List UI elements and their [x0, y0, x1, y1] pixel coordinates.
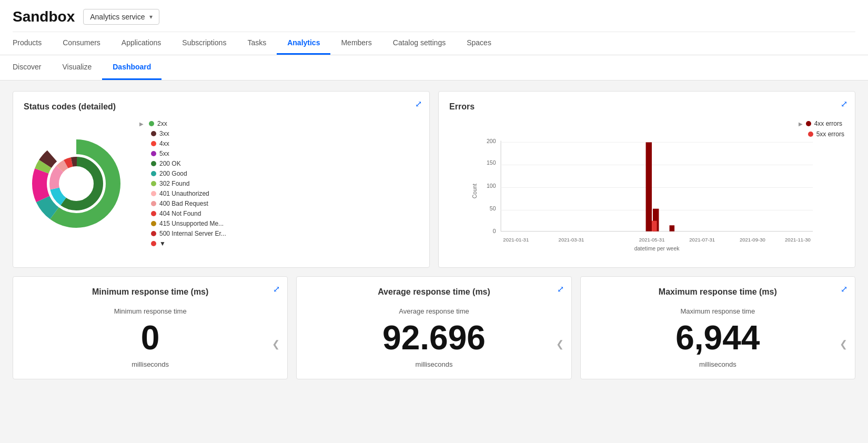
nav-item-members[interactable]: Members [330, 32, 382, 55]
status-codes-card: Status codes (detailed) ⤢ [13, 91, 430, 268]
app-title: Sandbox [13, 8, 75, 25]
svg-text:2021-09-30: 2021-09-30 [740, 237, 765, 243]
min-response-unit: milliseconds [24, 360, 277, 368]
svg-point-11 [60, 168, 92, 199]
nav-item-applications[interactable]: Applications [111, 32, 172, 55]
prev-arrow-avg[interactable]: ❮ [556, 338, 564, 350]
prev-arrow-max[interactable]: ❮ [840, 338, 847, 350]
nav-item-catalog-settings[interactable]: Catalog settings [382, 32, 456, 55]
avg-response-label: Average response time [307, 307, 560, 315]
min-response-title: Minimum response time (ms) [24, 287, 277, 297]
status-codes-legend: ▶2xx 3xx 4xx 5xx 200 OK 200 Good 302 Fou… [139, 120, 226, 247]
min-response-card: Minimum response time (ms) ⤢ ❮ Minimum r… [13, 276, 288, 379]
status-codes-title: Status codes (detailed) [24, 102, 419, 112]
legend-4xx: 4xx errors [814, 120, 842, 127]
svg-text:100: 100 [487, 183, 496, 189]
dashboard-row-2: Minimum response time (ms) ⤢ ❮ Minimum r… [13, 276, 855, 379]
svg-text:50: 50 [490, 205, 496, 212]
bar-4xx-peak [646, 142, 652, 231]
tab-visualize[interactable]: Visualize [52, 55, 102, 80]
errors-legend: ▶ 4xx errors 5xx errors [799, 120, 844, 138]
svg-text:150: 150 [487, 159, 496, 166]
nav-item-subscriptions[interactable]: Subscriptions [171, 32, 237, 55]
status-codes-content: ▶2xx 3xx 4xx 5xx 200 OK 200 Good 302 Fou… [24, 120, 419, 247]
nav-item-tasks[interactable]: Tasks [237, 32, 277, 55]
avg-response-card: Average response time (ms) ⤢ ❮ Average r… [296, 276, 571, 379]
svg-text:0: 0 [493, 228, 496, 234]
service-dropdown[interactable]: Analytics service ▾ [83, 9, 159, 25]
prev-arrow-min[interactable]: ❮ [272, 338, 280, 350]
tab-dashboard[interactable]: Dashboard [102, 55, 162, 80]
avg-response-unit: milliseconds [307, 360, 560, 368]
bar-4xx-right [670, 225, 675, 231]
avg-response-title: Average response time (ms) [307, 287, 560, 297]
svg-text:datetime per week: datetime per week [634, 245, 680, 251]
errors-chart: 0 50 100 150 200 Count 2021-01-31 2021-0… [449, 136, 844, 251]
max-response-value: 6,944 [591, 319, 844, 356]
svg-text:200: 200 [487, 138, 496, 144]
expand-icon-errors[interactable]: ⤢ [841, 99, 847, 109]
max-response-label: Maximum response time [591, 307, 844, 315]
nav-item-spaces[interactable]: Spaces [456, 32, 502, 55]
chevron-down-icon: ▾ [149, 13, 153, 21]
bar-5xx [652, 221, 657, 231]
main-nav: Products Consumers Applications Subscrip… [13, 32, 855, 55]
donut-chart [24, 126, 129, 241]
svg-text:2021-05-31: 2021-05-31 [639, 237, 665, 243]
nav-item-products[interactable]: Products [13, 32, 52, 55]
svg-text:2021-11-30: 2021-11-30 [785, 237, 811, 243]
avg-response-value: 92.696 [307, 319, 560, 356]
svg-text:2021-03-31: 2021-03-31 [559, 237, 584, 243]
main-content: Status codes (detailed) ⤢ [0, 80, 868, 398]
min-response-label: Minimum response time [24, 307, 277, 315]
max-response-title: Maximum response time (ms) [591, 287, 844, 297]
service-label: Analytics service [90, 13, 145, 21]
errors-card: Errors ⤢ ▶ 4xx errors 5xx errors [438, 91, 855, 268]
min-response-value: 0 [24, 319, 277, 356]
errors-content: ▶ 4xx errors 5xx errors [449, 120, 844, 257]
svg-text:2021-01-31: 2021-01-31 [503, 237, 529, 243]
dashboard-row-1: Status codes (detailed) ⤢ [13, 91, 855, 268]
max-response-card: Maximum response time (ms) ⤢ ❮ Maximum r… [580, 276, 855, 379]
tab-discover[interactable]: Discover [13, 55, 52, 80]
nav-item-analytics[interactable]: Analytics [277, 32, 330, 55]
expand-icon-max[interactable]: ⤢ [841, 284, 847, 294]
legend-5xx: 5xx errors [816, 130, 844, 138]
header: Sandbox Analytics service ▾ Products Con… [0, 0, 868, 55]
max-response-unit: milliseconds [591, 360, 844, 368]
expand-icon-min[interactable]: ⤢ [273, 284, 280, 294]
nav-item-consumers[interactable]: Consumers [52, 32, 111, 55]
svg-text:Count: Count [471, 184, 478, 198]
expand-icon-avg[interactable]: ⤢ [557, 284, 564, 294]
expand-icon-status[interactable]: ⤢ [415, 99, 422, 109]
sub-nav: Discover Visualize Dashboard [0, 55, 868, 80]
errors-title: Errors [449, 102, 844, 112]
svg-text:2021-07-31: 2021-07-31 [689, 237, 715, 243]
